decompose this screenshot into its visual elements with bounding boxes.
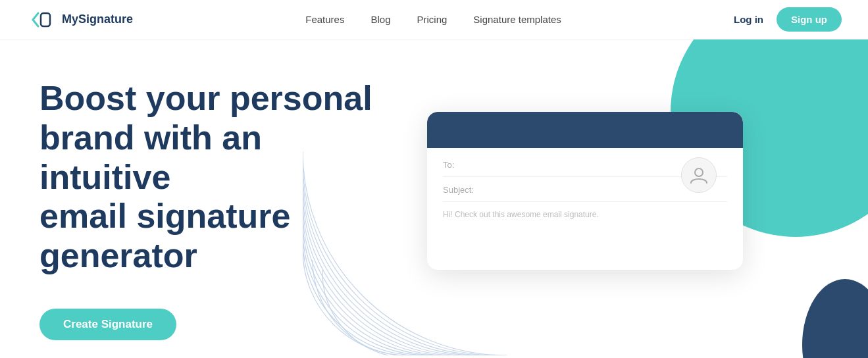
hero-title-line1: Boost your personal — [39, 79, 372, 117]
hero-title: Boost your personal brand with an intuit… — [39, 79, 395, 276]
hero-title-line2: brand with an intuitive — [39, 118, 262, 196]
signup-button[interactable]: Sign up — [777, 7, 842, 32]
svg-point-2 — [695, 168, 703, 176]
hero-left-content: Boost your personal brand with an intuit… — [0, 39, 395, 358]
email-card-header — [427, 112, 743, 148]
hero-section: Boost your personal brand with an intuit… — [0, 39, 868, 358]
dark-circle — [802, 279, 868, 358]
login-button[interactable]: Log in — [734, 14, 763, 25]
email-card-body: To: Subject: Hi! Check out this awesome … — [427, 148, 743, 231]
avatar — [681, 157, 717, 193]
create-signature-button[interactable]: Create Signature — [39, 309, 176, 340]
nav-link-signature-templates[interactable]: Signature templates — [473, 14, 561, 25]
email-mockup-card: To: Subject: Hi! Check out this awesome … — [427, 112, 743, 270]
hero-title-line4: generator — [39, 236, 197, 274]
nav-link-blog[interactable]: Blog — [370, 14, 390, 25]
nav-link-pricing[interactable]: Pricing — [417, 14, 447, 25]
navbar: MySignature Features Blog Pricing Signat… — [0, 0, 868, 39]
navbar-logo-group: MySignature — [26, 5, 133, 34]
navbar-links: Features Blog Pricing Signature template… — [305, 14, 561, 25]
email-body-text: Hi! Check out this awesome email signatu… — [443, 210, 727, 219]
avatar-icon — [690, 166, 708, 184]
hero-title-line3: email signature — [39, 197, 290, 235]
logo-icon — [26, 5, 55, 34]
nav-link-features[interactable]: Features — [305, 14, 344, 25]
logo-text: MySignature — [62, 13, 133, 26]
email-subject-field: Subject: — [443, 185, 727, 202]
navbar-actions: Log in Sign up — [734, 7, 842, 32]
